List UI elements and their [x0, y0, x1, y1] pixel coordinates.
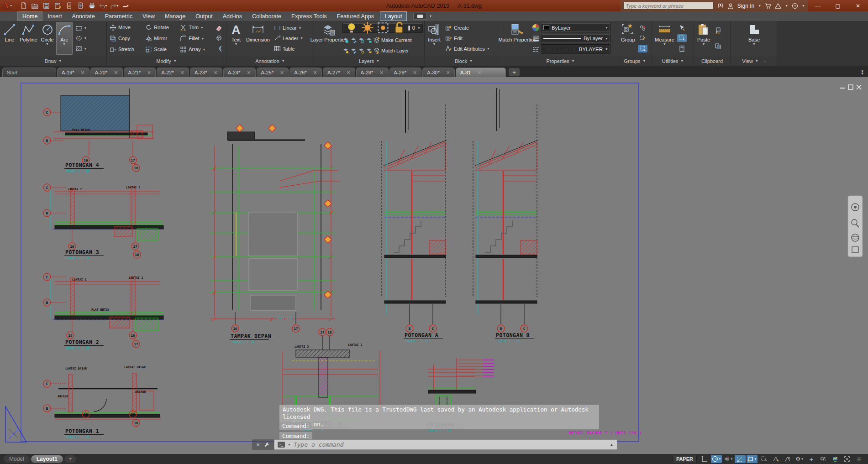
- workspace-switching-button[interactable]: ⚙▼: [794, 455, 805, 463]
- copy-button[interactable]: Copy: [108, 33, 141, 44]
- group-edit-button[interactable]: [638, 34, 647, 42]
- ribbon-tab-home[interactable]: Home: [17, 11, 42, 21]
- erase-button[interactable]: [214, 24, 224, 32]
- document-tab-a30[interactable]: A-30*✕: [422, 68, 455, 77]
- stretch-button[interactable]: Stretch: [108, 44, 141, 55]
- ungroup-button[interactable]: [638, 24, 647, 32]
- layer-unlock-icon[interactable]: [366, 47, 372, 54]
- fillet-button[interactable]: Fillet▼: [179, 33, 213, 44]
- make-current-icon[interactable]: [374, 37, 380, 43]
- close-tab-icon[interactable]: ✕: [247, 70, 251, 76]
- measure-button[interactable]: Measure▼: [653, 22, 676, 55]
- layer-dropdown[interactable]: 0 ▼: [342, 23, 423, 33]
- ribbon-tab-express-tools[interactable]: Express Tools: [286, 11, 332, 21]
- graphics-performance-button[interactable]: [830, 455, 841, 463]
- command-input[interactable]: >_ ▼ Type a command ▲: [274, 439, 617, 450]
- chevron-down-icon[interactable]: ▼: [758, 4, 761, 7]
- ribbon-display-button[interactable]: [413, 13, 427, 20]
- panel-label-utilities[interactable]: Utilities▼: [652, 56, 694, 66]
- save-as-button[interactable]: [53, 1, 63, 10]
- chevron-down-icon[interactable]: ▼: [288, 443, 291, 446]
- document-tab-a26[interactable]: A-26*✕: [289, 68, 322, 77]
- lineweight-icon[interactable]: [532, 35, 540, 42]
- panel-label-draw[interactable]: Draw▼: [0, 56, 106, 66]
- object-color-dropdown[interactable]: ByLayer▼: [541, 23, 610, 32]
- new-drawing-tab-button[interactable]: +: [509, 68, 520, 76]
- base-button[interactable]: Base▼: [746, 22, 763, 55]
- customize-wrench-icon[interactable]: [264, 442, 270, 448]
- ribbon-tab-view[interactable]: View: [137, 11, 160, 21]
- chevron-down-icon[interactable]: ▼: [802, 4, 805, 7]
- layer-lock-icon[interactable]: [366, 37, 372, 43]
- match-properties-button[interactable]: Match Properties: [505, 22, 530, 55]
- close-tab-icon[interactable]: ✕: [180, 70, 184, 76]
- layout1-tab[interactable]: Layout1: [31, 455, 63, 463]
- close-tab-icon[interactable]: ✕: [81, 70, 85, 76]
- make-current-button[interactable]: Make Current: [381, 37, 412, 43]
- close-tab-icon[interactable]: ✕: [477, 70, 481, 76]
- annotation-autoscale-button[interactable]: [782, 455, 793, 463]
- document-tab-a29[interactable]: A-29*✕: [389, 68, 422, 77]
- minimize-button[interactable]: —: [808, 0, 828, 11]
- panel-label-annotation[interactable]: Annotation▼: [226, 56, 314, 66]
- linear-dimension-button[interactable]: Linear▼: [273, 24, 311, 32]
- drawing-window-controls[interactable]: [840, 85, 861, 89]
- insert-button[interactable]: Insert▼: [426, 22, 442, 55]
- linetype-dropdown[interactable]: BYLAYER▼: [541, 44, 610, 54]
- polyline-button[interactable]: Polyline: [18, 22, 39, 55]
- array-button[interactable]: Array▼: [179, 44, 213, 55]
- clean-screen-button[interactable]: [842, 455, 852, 463]
- quick-calculator-button[interactable]: [677, 45, 687, 52]
- polar-tracking-button[interactable]: ▼: [711, 455, 722, 463]
- ribbon-tab-featured-apps[interactable]: Featured Apps: [332, 11, 379, 21]
- offset-button[interactable]: [214, 45, 224, 52]
- isometric-drafting-button[interactable]: ▼: [723, 455, 734, 463]
- document-tab-a28[interactable]: A-28*✕: [356, 68, 389, 77]
- app-menu-button[interactable]: A▼: [0, 0, 16, 11]
- ribbon-tab-annotate[interactable]: Annotate: [67, 11, 100, 21]
- ribbon-tab-parametric[interactable]: Parametric: [100, 11, 137, 21]
- close-tab-icon[interactable]: ✕: [413, 70, 417, 76]
- ribbon-tab-layout[interactable]: Layout: [380, 11, 407, 21]
- layer-isolate-icon[interactable]: [358, 47, 364, 54]
- save-to-web-mobile-button[interactable]: [75, 1, 85, 10]
- quick-select-button[interactable]: [677, 24, 687, 32]
- layer-edit-icon[interactable]: [350, 37, 357, 43]
- open-file-button[interactable]: [30, 1, 40, 10]
- customization-menu-button[interactable]: ≡: [853, 455, 864, 463]
- new-file-button[interactable]: [18, 1, 28, 10]
- save-button[interactable]: [41, 1, 51, 10]
- redo-button[interactable]: ▼: [110, 1, 120, 10]
- layer-icon[interactable]: [342, 37, 349, 43]
- close-button[interactable]: ✕: [848, 0, 868, 11]
- create-block-button[interactable]: Create: [444, 24, 500, 32]
- document-tab-a25[interactable]: A-25*✕: [257, 68, 289, 77]
- group-selection-toggle[interactable]: [638, 45, 647, 52]
- layer-walk-icon[interactable]: [342, 47, 349, 54]
- document-tab-a24[interactable]: A-24*✕: [223, 68, 256, 77]
- table-button[interactable]: Table: [273, 45, 311, 52]
- line-button[interactable]: Line: [1, 22, 18, 55]
- selection-cycling-button[interactable]: [758, 455, 769, 463]
- new-layout-button[interactable]: +: [64, 455, 76, 463]
- panel-label-view[interactable]: View▼⌄: [731, 56, 778, 66]
- close-tab-icon[interactable]: ✕: [280, 70, 284, 76]
- circle-button[interactable]: Circle▼: [39, 22, 56, 55]
- annotation-monitor-button[interactable]: +: [806, 455, 817, 463]
- model-tab[interactable]: Model: [4, 455, 30, 463]
- leader-button[interactable]: Leader▼: [273, 34, 311, 42]
- cart-icon[interactable]: [765, 3, 771, 9]
- chevron-down-icon[interactable]: ▼: [429, 15, 432, 18]
- select-objects-button[interactable]: [677, 34, 687, 42]
- rectangle-tool-button[interactable]: ▼: [74, 24, 89, 32]
- scale-button[interactable]: Scale: [144, 44, 176, 55]
- paper-space-button[interactable]: PAPER: [673, 455, 697, 463]
- lineweight-dropdown[interactable]: ByLayer▼: [541, 34, 610, 43]
- ellipse-tool-button[interactable]: ▼: [74, 34, 89, 42]
- layout-drawing[interactable]: CB161718CB161718CB151617CB16171816171718…: [0, 77, 868, 454]
- panel-label-block[interactable]: Block▼: [425, 56, 503, 66]
- cut-button[interactable]: [713, 27, 723, 35]
- edit-attributes-button[interactable]: Edit Attributes▼: [444, 45, 500, 52]
- ribbon-tab-insert[interactable]: Insert: [42, 11, 67, 21]
- rotate-button[interactable]: Rotate: [144, 22, 176, 33]
